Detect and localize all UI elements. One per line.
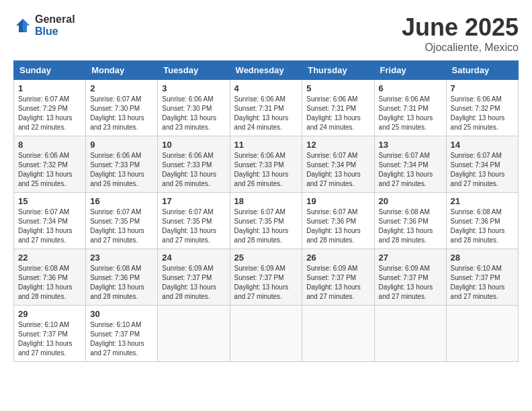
week-row-3: 22Sunrise: 6:08 AM Sunset: 7:36 PM Dayli… <box>14 249 519 306</box>
day-number: 4 <box>234 83 298 93</box>
day-cell: 4Sunrise: 6:06 AM Sunset: 7:31 PM Daylig… <box>230 80 302 136</box>
day-info: Sunrise: 6:08 AM Sunset: 7:36 PM Dayligh… <box>379 208 442 245</box>
day-cell: 9Sunrise: 6:06 AM Sunset: 7:33 PM Daylig… <box>86 136 158 193</box>
day-cell <box>446 306 518 362</box>
day-info: Sunrise: 6:07 AM Sunset: 7:34 PM Dayligh… <box>306 151 369 189</box>
weekday-header-thursday: Thursday <box>302 61 374 80</box>
day-number: 12 <box>306 140 369 150</box>
calendar: SundayMondayTuesdayWednesdayThursdayFrid… <box>13 60 519 362</box>
day-info: Sunrise: 6:06 AM Sunset: 7:33 PM Dayligh… <box>90 151 153 189</box>
day-info: Sunrise: 6:06 AM Sunset: 7:31 PM Dayligh… <box>234 95 298 132</box>
day-number: 16 <box>90 196 153 206</box>
day-number: 17 <box>162 196 225 206</box>
day-cell <box>158 306 230 362</box>
day-cell: 15Sunrise: 6:07 AM Sunset: 7:34 PM Dayli… <box>14 193 86 249</box>
week-row-2: 15Sunrise: 6:07 AM Sunset: 7:34 PM Dayli… <box>14 193 519 249</box>
location: Ojocaliente, Mexico <box>402 42 519 54</box>
day-info: Sunrise: 6:07 AM Sunset: 7:36 PM Dayligh… <box>306 208 369 245</box>
day-cell: 20Sunrise: 6:08 AM Sunset: 7:36 PM Dayli… <box>374 193 446 249</box>
month-title: June 2025 <box>402 13 519 42</box>
logo-icon <box>13 16 32 35</box>
day-number: 26 <box>306 253 369 263</box>
day-number: 24 <box>162 253 225 263</box>
header: General Blue June 2025 Ojocaliente, Mexi… <box>13 13 519 54</box>
day-info: Sunrise: 6:06 AM Sunset: 7:32 PM Dayligh… <box>451 95 514 132</box>
day-number: 14 <box>451 140 514 150</box>
day-cell: 29Sunrise: 6:10 AM Sunset: 7:37 PM Dayli… <box>14 306 86 362</box>
logo-text: General Blue <box>35 13 75 37</box>
week-row-4: 29Sunrise: 6:10 AM Sunset: 7:37 PM Dayli… <box>14 306 519 362</box>
weekday-header-row: SundayMondayTuesdayWednesdayThursdayFrid… <box>14 61 519 80</box>
day-cell: 26Sunrise: 6:09 AM Sunset: 7:37 PM Dayli… <box>302 249 374 306</box>
day-info: Sunrise: 6:10 AM Sunset: 7:37 PM Dayligh… <box>451 264 514 302</box>
day-info: Sunrise: 6:07 AM Sunset: 7:35 PM Dayligh… <box>90 208 153 245</box>
logo-general-text: General <box>35 13 75 26</box>
weekday-header-tuesday: Tuesday <box>158 61 230 80</box>
weekday-header-monday: Monday <box>86 61 158 80</box>
day-info: Sunrise: 6:08 AM Sunset: 7:36 PM Dayligh… <box>90 264 153 302</box>
day-info: Sunrise: 6:09 AM Sunset: 7:37 PM Dayligh… <box>306 264 369 302</box>
week-row-0: 1Sunrise: 6:07 AM Sunset: 7:29 PM Daylig… <box>14 80 519 136</box>
day-info: Sunrise: 6:07 AM Sunset: 7:34 PM Dayligh… <box>18 208 81 245</box>
day-info: Sunrise: 6:07 AM Sunset: 7:34 PM Dayligh… <box>379 151 442 189</box>
day-cell: 10Sunrise: 6:06 AM Sunset: 7:33 PM Dayli… <box>158 136 230 193</box>
week-row-1: 8Sunrise: 6:06 AM Sunset: 7:32 PM Daylig… <box>14 136 519 193</box>
day-number: 22 <box>18 253 81 263</box>
day-cell: 8Sunrise: 6:06 AM Sunset: 7:32 PM Daylig… <box>14 136 86 193</box>
day-info: Sunrise: 6:08 AM Sunset: 7:36 PM Dayligh… <box>451 208 514 245</box>
day-cell: 11Sunrise: 6:06 AM Sunset: 7:33 PM Dayli… <box>230 136 302 193</box>
day-cell: 6Sunrise: 6:06 AM Sunset: 7:31 PM Daylig… <box>374 80 446 136</box>
day-info: Sunrise: 6:06 AM Sunset: 7:31 PM Dayligh… <box>379 95 442 132</box>
day-number: 20 <box>379 196 442 206</box>
day-cell: 24Sunrise: 6:09 AM Sunset: 7:37 PM Dayli… <box>158 249 230 306</box>
day-cell: 13Sunrise: 6:07 AM Sunset: 7:34 PM Dayli… <box>374 136 446 193</box>
day-cell: 7Sunrise: 6:06 AM Sunset: 7:32 PM Daylig… <box>446 80 518 136</box>
weekday-header-sunday: Sunday <box>14 61 86 80</box>
day-info: Sunrise: 6:07 AM Sunset: 7:35 PM Dayligh… <box>162 208 225 245</box>
day-number: 3 <box>162 83 225 93</box>
day-cell: 14Sunrise: 6:07 AM Sunset: 7:34 PM Dayli… <box>446 136 518 193</box>
day-info: Sunrise: 6:09 AM Sunset: 7:37 PM Dayligh… <box>162 264 225 302</box>
day-cell <box>302 306 374 362</box>
day-cell: 23Sunrise: 6:08 AM Sunset: 7:36 PM Dayli… <box>86 249 158 306</box>
day-info: Sunrise: 6:07 AM Sunset: 7:34 PM Dayligh… <box>451 151 514 189</box>
day-info: Sunrise: 6:10 AM Sunset: 7:37 PM Dayligh… <box>90 320 153 358</box>
day-info: Sunrise: 6:10 AM Sunset: 7:37 PM Dayligh… <box>18 320 81 358</box>
day-number: 10 <box>162 140 225 150</box>
day-cell: 18Sunrise: 6:07 AM Sunset: 7:35 PM Dayli… <box>230 193 302 249</box>
day-info: Sunrise: 6:09 AM Sunset: 7:37 PM Dayligh… <box>379 264 442 302</box>
day-info: Sunrise: 6:06 AM Sunset: 7:33 PM Dayligh… <box>234 151 298 189</box>
day-number: 21 <box>451 196 514 206</box>
day-cell: 12Sunrise: 6:07 AM Sunset: 7:34 PM Dayli… <box>302 136 374 193</box>
day-number: 27 <box>379 253 442 263</box>
day-cell: 5Sunrise: 6:06 AM Sunset: 7:31 PM Daylig… <box>302 80 374 136</box>
day-cell <box>374 306 446 362</box>
day-info: Sunrise: 6:07 AM Sunset: 7:30 PM Dayligh… <box>90 95 153 132</box>
day-info: Sunrise: 6:08 AM Sunset: 7:36 PM Dayligh… <box>18 264 81 302</box>
day-number: 23 <box>90 253 153 263</box>
day-number: 5 <box>306 83 369 93</box>
day-number: 29 <box>18 309 81 319</box>
day-number: 1 <box>18 83 81 93</box>
day-cell: 21Sunrise: 6:08 AM Sunset: 7:36 PM Dayli… <box>446 193 518 249</box>
weekday-header-saturday: Saturday <box>446 61 518 80</box>
weekday-header-wednesday: Wednesday <box>230 61 302 80</box>
day-number: 30 <box>90 309 153 319</box>
logo: General Blue <box>13 13 75 37</box>
day-number: 7 <box>451 83 514 93</box>
day-cell: 25Sunrise: 6:09 AM Sunset: 7:37 PM Dayli… <box>230 249 302 306</box>
day-cell: 16Sunrise: 6:07 AM Sunset: 7:35 PM Dayli… <box>86 193 158 249</box>
day-cell: 19Sunrise: 6:07 AM Sunset: 7:36 PM Dayli… <box>302 193 374 249</box>
day-number: 11 <box>234 140 298 150</box>
day-number: 19 <box>306 196 369 206</box>
day-number: 9 <box>90 140 153 150</box>
day-cell: 27Sunrise: 6:09 AM Sunset: 7:37 PM Dayli… <box>374 249 446 306</box>
day-number: 8 <box>18 140 81 150</box>
day-cell <box>230 306 302 362</box>
day-info: Sunrise: 6:06 AM Sunset: 7:30 PM Dayligh… <box>162 95 225 132</box>
day-cell: 22Sunrise: 6:08 AM Sunset: 7:36 PM Dayli… <box>14 249 86 306</box>
day-info: Sunrise: 6:07 AM Sunset: 7:29 PM Dayligh… <box>18 95 81 132</box>
day-number: 28 <box>451 253 514 263</box>
day-cell: 2Sunrise: 6:07 AM Sunset: 7:30 PM Daylig… <box>86 80 158 136</box>
day-number: 6 <box>379 83 442 93</box>
